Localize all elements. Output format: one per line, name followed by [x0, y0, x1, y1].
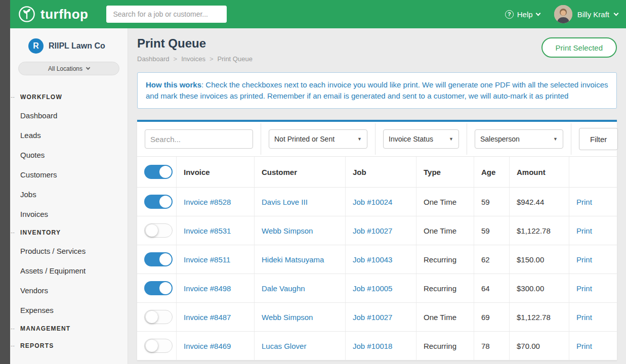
- invoice-type: Recurring: [424, 255, 456, 264]
- table-cell: Print: [569, 216, 617, 245]
- sidebar-item-assets-equipment[interactable]: Assets / Equipment: [10, 261, 128, 281]
- sidebar-item-invoices[interactable]: Invoices: [10, 204, 128, 224]
- sidebar-item-products-services[interactable]: Products / Services: [10, 241, 128, 261]
- invoice-amount: $942.44: [517, 198, 544, 206]
- table-cell: Print: [569, 245, 617, 274]
- customer-link[interactable]: Webb Simpson: [262, 226, 313, 235]
- print-link[interactable]: Print: [576, 284, 592, 293]
- job-link[interactable]: Job #10018: [353, 342, 392, 350]
- location-selector-label: All Locations: [48, 65, 82, 72]
- invoice-type: One Time: [424, 198, 456, 206]
- filter-search-cell: [137, 123, 261, 155]
- column-header-customer: Customer: [255, 157, 346, 187]
- table-cell: 62: [474, 245, 510, 274]
- table-cell: $300.00: [510, 274, 569, 302]
- row-select-toggle[interactable]: [144, 252, 173, 266]
- customer-link[interactable]: Davis Love III: [262, 198, 308, 206]
- toggle-knob: [146, 311, 158, 323]
- customer-link[interactable]: Dale Vaughn: [262, 284, 305, 293]
- invoice-link[interactable]: Invoice #8487: [184, 313, 231, 322]
- sidebar-section-workflow: WORKFLOW: [10, 88, 128, 106]
- row-select-toggle[interactable]: [144, 281, 173, 295]
- table-cell: 59: [474, 188, 510, 216]
- job-link[interactable]: Job #10024: [353, 198, 392, 206]
- row-select-toggle[interactable]: [144, 223, 173, 238]
- job-link[interactable]: Job #10005: [353, 284, 392, 293]
- select-all-toggle[interactable]: [144, 165, 173, 179]
- invoice-age: 78: [481, 342, 490, 350]
- chevron-down-icon: [614, 11, 619, 16]
- print-link[interactable]: Print: [576, 226, 592, 235]
- chevron-down-icon: [535, 11, 540, 16]
- invoice-age: 59: [481, 226, 490, 235]
- invoice-amount: $1,122.78: [517, 226, 551, 235]
- sidebar-item-jobs[interactable]: Jobs: [10, 185, 128, 204]
- invoice-status-dropdown[interactable]: Invoice Status ▼: [383, 129, 459, 149]
- table-search-input[interactable]: [145, 129, 253, 149]
- table-cell: Hideki Matsuyama: [255, 245, 346, 274]
- print-selected-button[interactable]: Print Selected: [541, 37, 617, 58]
- invoice-type: One Time: [424, 226, 456, 235]
- filter-printed-cell: Not Printed or Sent ▼: [261, 123, 375, 155]
- invoice-link[interactable]: Invoice #8531: [184, 226, 231, 235]
- breadcrumb-item[interactable]: Dashboard: [137, 55, 170, 63]
- global-search-input[interactable]: [106, 6, 227, 23]
- table-cell: Job #10027: [346, 216, 416, 245]
- invoice-link[interactable]: Invoice #8498: [184, 284, 231, 293]
- table-cell: Job #10043: [346, 245, 416, 274]
- filter-button[interactable]: Filter: [579, 128, 618, 150]
- print-link[interactable]: Print: [576, 342, 592, 350]
- table-cell: $1,122.78: [510, 216, 569, 245]
- customer-link[interactable]: Webb Simpson: [262, 313, 313, 322]
- table-cell: [137, 332, 177, 360]
- job-link[interactable]: Job #10027: [353, 226, 392, 235]
- location-selector[interactable]: All Locations: [18, 62, 119, 75]
- sidebar-item-vendors[interactable]: Vendors: [10, 281, 128, 300]
- table-cell: 64: [474, 274, 510, 302]
- table-cell: Job #10027: [346, 303, 416, 331]
- printed-status-dropdown[interactable]: Not Printed or Sent ▼: [269, 129, 367, 149]
- toggle-knob: [146, 224, 158, 237]
- toggle-knob: [146, 340, 158, 352]
- print-queue-card: Not Printed or Sent ▼ Invoice Status ▼ S…: [137, 120, 617, 360]
- column-header-type: Type: [416, 157, 474, 187]
- table-cell: Invoice #8498: [177, 274, 255, 302]
- invoice-link[interactable]: Invoice #8511: [184, 255, 230, 264]
- sidebar-item-dashboard[interactable]: Dashboard: [10, 106, 128, 125]
- job-link[interactable]: Job #10027: [353, 313, 392, 322]
- table-cell: [137, 303, 177, 331]
- filter-salesperson-cell: Salesperson ▼: [467, 123, 571, 155]
- row-select-toggle[interactable]: [144, 195, 173, 209]
- brand-logo[interactable]: turfhop: [18, 6, 88, 23]
- table-cell: Invoice #8531: [177, 216, 255, 245]
- print-link[interactable]: Print: [576, 198, 592, 206]
- user-menu[interactable]: Billy Kraft: [554, 5, 618, 23]
- breadcrumb-item[interactable]: Invoices: [181, 55, 205, 63]
- row-select-toggle[interactable]: [144, 339, 173, 353]
- breadcrumb: Dashboard>Invoices>Print Queue: [137, 55, 617, 63]
- invoice-age: 59: [481, 198, 490, 206]
- sidebar-item-expenses[interactable]: Expenses: [10, 300, 128, 320]
- help-menu[interactable]: ? Help: [505, 10, 540, 19]
- print-link[interactable]: Print: [576, 255, 592, 264]
- invoice-amount: $150.00: [517, 255, 544, 264]
- info-box-title: How this works: [146, 80, 201, 89]
- customer-link[interactable]: Lucas Glover: [262, 342, 306, 350]
- invoice-link[interactable]: Invoice #8469: [184, 342, 231, 350]
- job-link[interactable]: Job #10043: [353, 255, 392, 264]
- table-cell: Dale Vaughn: [255, 274, 346, 302]
- table-cell: Print: [569, 274, 617, 302]
- print-link[interactable]: Print: [576, 313, 592, 322]
- sidebar-section-inventory: INVENTORY: [10, 224, 128, 241]
- sidebar-item-leads[interactable]: Leads: [10, 125, 128, 145]
- company-logo-icon: R: [28, 38, 44, 54]
- sidebar-item-quotes[interactable]: Quotes: [10, 145, 128, 165]
- salesperson-dropdown[interactable]: Salesperson ▼: [475, 129, 563, 149]
- table-cell: $1,122.78: [510, 303, 569, 331]
- row-select-toggle[interactable]: [144, 310, 173, 324]
- table-cell: Print: [569, 188, 617, 216]
- sidebar-section-management: MANAGEMENT: [10, 320, 128, 337]
- invoice-link[interactable]: Invoice #8528: [184, 198, 231, 206]
- customer-link[interactable]: Hideki Matsuyama: [262, 255, 324, 264]
- sidebar-item-customers[interactable]: Customers: [10, 165, 128, 185]
